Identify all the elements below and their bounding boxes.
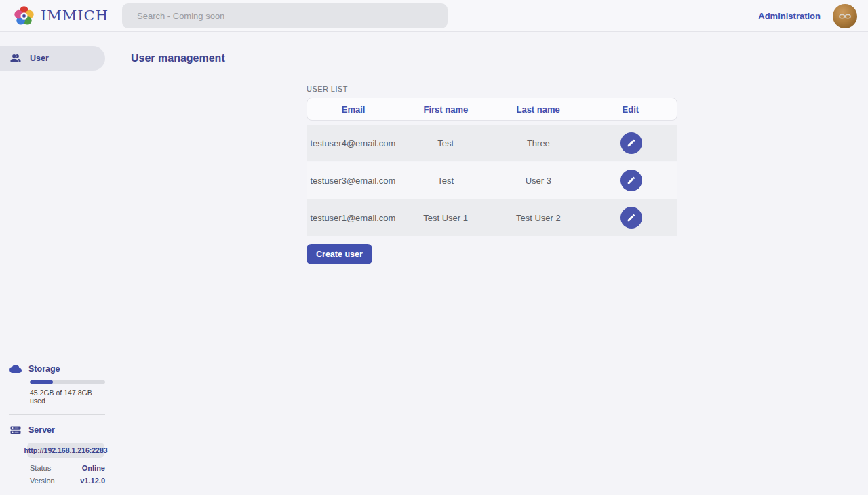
server-title: Server	[28, 425, 55, 435]
app-name: IMMICH	[41, 7, 108, 24]
cell-last-name: User 3	[492, 176, 585, 186]
status-value: Online	[82, 464, 105, 472]
column-last-name: Last name	[492, 104, 585, 115]
server-section: Server	[9, 424, 105, 436]
cell-first-name: Test User 1	[399, 213, 492, 223]
pencil-icon	[627, 138, 636, 148]
search-input[interactable]	[122, 3, 448, 28]
sidebar-divider	[9, 414, 105, 415]
server-icon	[9, 424, 22, 436]
server-url-chip: http://192.168.1.216:2283	[27, 443, 104, 458]
storage-progress-fill	[30, 380, 53, 384]
create-user-button[interactable]: Create user	[307, 244, 372, 264]
page-title: User management	[115, 32, 868, 64]
title-divider	[116, 75, 868, 75]
cell-first-name: Test	[399, 176, 492, 186]
cell-first-name: Test	[399, 138, 492, 148]
cell-last-name: Test User 2	[492, 213, 585, 223]
main-content: User management USER LIST Email First na…	[115, 32, 868, 494]
table-row: testuser4@email.com Test Three	[307, 125, 677, 161]
user-list-label: USER LIST	[307, 85, 677, 93]
sidebar-item-user[interactable]: User	[0, 46, 105, 71]
immich-flower-icon	[13, 5, 35, 27]
server-version-row: Version v1.12.0	[30, 477, 105, 485]
sidebar-footer: Storage 45.2GB of 147.8GB used Server	[9, 363, 105, 485]
table-row: testuser1@email.com Test User 1 Test Use…	[307, 199, 677, 236]
sidebar-item-label: User	[30, 54, 49, 63]
app-logo[interactable]: IMMICH	[0, 5, 122, 27]
users-icon	[9, 52, 22, 64]
pencil-icon	[627, 213, 636, 222]
edit-user-button[interactable]	[620, 132, 642, 154]
column-email: Email	[307, 104, 399, 115]
edit-user-button[interactable]	[620, 207, 642, 229]
cell-email: testuser4@email.com	[307, 138, 399, 148]
server-status-row: Status Online	[30, 464, 105, 472]
avatar[interactable]	[833, 4, 857, 28]
column-edit: Edit	[585, 104, 677, 115]
version-value: v1.12.0	[80, 477, 105, 485]
app-header: IMMICH Administration	[0, 0, 868, 32]
edit-user-button[interactable]	[620, 170, 642, 191]
cloud-icon	[9, 363, 22, 375]
storage-section: Storage	[9, 363, 105, 375]
version-label: Version	[30, 477, 55, 485]
storage-progress-bar	[30, 380, 105, 384]
cell-email: testuser3@email.com	[307, 176, 399, 186]
column-first-name: First name	[399, 104, 492, 115]
cell-email: testuser1@email.com	[307, 213, 399, 223]
pencil-icon	[627, 176, 636, 185]
storage-usage-text: 45.2GB of 147.8GB used	[30, 389, 105, 405]
user-table-header: Email First name Last name Edit	[307, 98, 677, 121]
storage-title: Storage	[28, 364, 60, 374]
status-label: Status	[30, 464, 51, 472]
glasses-photo-icon	[836, 7, 854, 25]
administration-link[interactable]: Administration	[758, 11, 821, 21]
cell-last-name: Three	[492, 138, 585, 148]
table-row: testuser3@email.com Test User 3	[307, 162, 677, 199]
sidebar: User Storage 45.2GB of 147.8GB used	[0, 32, 115, 494]
